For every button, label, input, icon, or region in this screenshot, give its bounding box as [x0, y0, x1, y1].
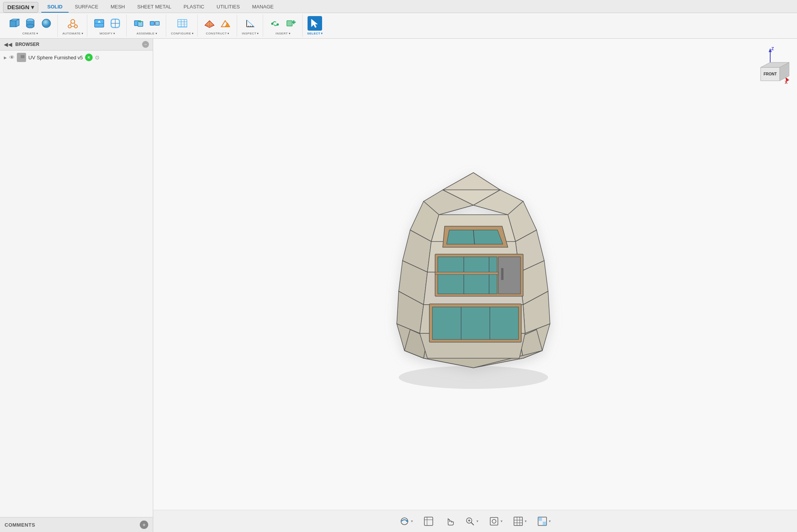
group-select: SELECT ▾ — [303, 15, 327, 37]
tab-plastic[interactable]: PLASTIC — [177, 2, 210, 13]
toolbar-tabs: DESIGN ▾ SOLID SURFACE MESH SHEET METAL … — [0, 0, 797, 13]
expand-arrow-icon: ▶ — [4, 55, 7, 60]
modify-label[interactable]: MODIFY ▾ — [100, 32, 115, 35]
modify-push-icon[interactable] — [92, 16, 106, 31]
orbit-dropdown-arrow: ▾ — [411, 519, 413, 523]
svg-line-108 — [471, 522, 474, 525]
display-tool-button[interactable]: ▾ — [534, 515, 554, 528]
cube-navigator[interactable]: Z X FRONT — [751, 46, 789, 85]
svg-rect-83 — [501, 268, 503, 280]
view-mode-button[interactable]: ▾ — [486, 515, 506, 528]
svg-rect-26 — [155, 21, 159, 25]
item-name: UV Sphere Furnished v5 — [28, 55, 83, 60]
viewport[interactable]: Z X FRONT — [153, 39, 797, 532]
orientation-cube-svg: Z X FRONT — [751, 46, 789, 88]
tab-utilities[interactable]: UTILITIES — [211, 2, 246, 13]
select-label[interactable]: SELECT ▾ — [307, 32, 323, 35]
upper-window — [443, 226, 508, 247]
group-configure: CONFIGURE ▾ — [167, 15, 198, 37]
insert-icons — [268, 16, 298, 31]
automate-icons — [65, 16, 80, 31]
svg-rect-28 — [178, 20, 187, 27]
sphere-body — [397, 173, 550, 368]
create-box-icon[interactable] — [7, 16, 21, 31]
insert-addref-icon[interactable] — [284, 16, 298, 31]
display-dropdown-arrow: ▾ — [549, 519, 551, 523]
svg-point-112 — [492, 519, 496, 523]
assemble-new-icon[interactable] — [131, 16, 146, 31]
svg-marker-78 — [447, 230, 503, 244]
svg-rect-0 — [10, 21, 16, 27]
view-dropdown-arrow: ▾ — [501, 519, 502, 523]
comments-add-button[interactable]: + — [140, 521, 148, 529]
browser-collapse-button[interactable]: ◀◀ — [4, 41, 12, 47]
tab-solid[interactable]: SOLID — [41, 2, 69, 13]
svg-rect-88 — [432, 307, 519, 339]
hand-tool-button[interactable] — [441, 515, 457, 528]
svg-rect-120 — [543, 522, 547, 525]
comments-panel: COMMENTS + — [0, 517, 153, 532]
inspect-icons — [243, 16, 258, 31]
inspect-measure-icon[interactable] — [243, 16, 258, 31]
construct-label[interactable]: CONSTRUCT ▾ — [206, 32, 229, 35]
design-button[interactable]: DESIGN ▾ — [3, 2, 38, 13]
tab-surface[interactable]: SURFACE — [69, 2, 104, 13]
svg-text:FRONT: FRONT — [764, 72, 777, 76]
svg-rect-25 — [150, 21, 154, 25]
model-canvas — [153, 39, 797, 509]
browser-minimize-button[interactable]: − — [142, 41, 149, 48]
svg-rect-86 — [435, 272, 498, 274]
insert-link-icon[interactable] — [268, 16, 282, 31]
component-icon — [17, 53, 26, 62]
grid-dropdown-arrow: ▾ — [525, 519, 527, 523]
grid-tool-button[interactable]: ▾ — [510, 515, 530, 528]
sidebar: ◀◀ BROWSER − ▶ 👁 UV Sphere Furnished v5 … — [0, 39, 153, 532]
target-icon[interactable]: ⊙ — [95, 54, 100, 60]
assemble-joint-icon[interactable] — [147, 16, 162, 31]
svg-line-12 — [70, 23, 71, 25]
tab-sheet-metal[interactable]: SHEET METAL — [131, 2, 177, 13]
create-icons — [7, 16, 54, 31]
pan-tool-button[interactable] — [421, 515, 437, 528]
browser-item-root[interactable]: ▶ 👁 UV Sphere Furnished v5 K ⊙ — [0, 51, 153, 64]
item-badge: K — [85, 54, 93, 61]
inspect-label[interactable]: INSPECT ▾ — [242, 32, 259, 35]
lower-window — [429, 304, 521, 342]
orbit-tool-button[interactable]: ▾ — [396, 515, 416, 528]
assemble-label[interactable]: ASSEMBLE ▾ — [136, 32, 157, 35]
comments-label: COMMENTS — [5, 522, 35, 528]
zoom-tool-button[interactable]: ▾ — [462, 515, 481, 528]
automate-label[interactable]: AUTOMATE ▾ — [62, 32, 83, 35]
browser-title: BROWSER — [15, 42, 139, 47]
svg-rect-52 — [21, 55, 25, 58]
svg-rect-111 — [490, 517, 498, 525]
zoom-dropdown-arrow: ▾ — [476, 519, 478, 523]
insert-label[interactable]: INSERT ▾ — [276, 32, 291, 35]
svg-point-8 — [42, 19, 51, 28]
create-label[interactable]: CREATE ▾ — [22, 32, 38, 35]
construct-axis-icon[interactable] — [218, 16, 233, 31]
configure-table-icon[interactable] — [175, 16, 190, 31]
ground-shadow — [399, 366, 548, 389]
automate-icon[interactable] — [65, 16, 80, 31]
tab-manage[interactable]: MANAGE — [246, 2, 280, 13]
svg-point-46 — [277, 23, 279, 26]
construct-plane-icon[interactable] — [202, 16, 217, 31]
svg-point-11 — [74, 25, 77, 28]
main-area: ◀◀ BROWSER − ▶ 👁 UV Sphere Furnished v5 … — [0, 39, 797, 532]
modify-fillet-icon[interactable] — [108, 16, 123, 31]
select-icon[interactable] — [308, 16, 322, 31]
modify-icons — [92, 16, 123, 31]
toolbar-groups: CREATE ▾ AUTOMATE — [0, 13, 797, 38]
svg-marker-38 — [225, 23, 230, 27]
tab-mesh[interactable]: MESH — [105, 2, 131, 13]
design-arrow: ▾ — [31, 4, 34, 11]
group-assemble: ASSEMBLE ▾ — [128, 15, 166, 37]
visibility-icon[interactable]: 👁 — [9, 54, 15, 60]
construct-icons — [202, 16, 233, 31]
svg-text:Z: Z — [771, 46, 774, 51]
configure-label[interactable]: CONFIGURE ▾ — [171, 32, 193, 35]
group-construct: CONSTRUCT ▾ — [198, 15, 237, 37]
create-sphere-icon[interactable] — [39, 16, 54, 31]
create-cylinder-icon[interactable] — [23, 16, 38, 31]
